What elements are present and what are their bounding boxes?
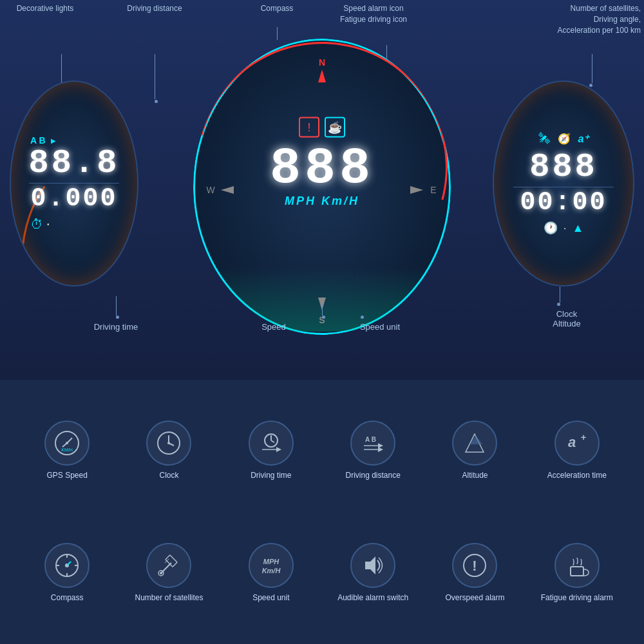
clock-item: Clock xyxy=(121,390,216,512)
driving-time-icon-circle xyxy=(249,421,294,466)
right-bottom-digits: 00:00 xyxy=(520,190,607,216)
overspeed-alarm-item: ! Overspeed alarm xyxy=(427,512,522,634)
clock-icon-circle xyxy=(146,421,191,466)
satellites-item: Number of satellites xyxy=(121,512,216,634)
display-center: N S E W ! ☕ 888 MPH Km/H xyxy=(193,39,451,335)
svg-point-40 xyxy=(160,572,162,574)
fatigue-driving-item: Fatigue driving alarm xyxy=(529,512,625,634)
audible-alarm-item: Audible alarm switch xyxy=(325,512,421,634)
ann-speed-unit-bottom: Speed unit xyxy=(351,322,409,332)
overspeed-alarm-icon-circle: ! xyxy=(452,543,497,588)
satellites-svg xyxy=(155,551,183,580)
svg-marker-24 xyxy=(378,447,383,452)
driving-time-icon: ⏱ xyxy=(30,217,43,232)
driving-time-label: Driving time xyxy=(251,471,291,481)
gps-speed-item: KM/H GPS Speed xyxy=(19,390,115,512)
svg-text:MPH: MPH xyxy=(263,558,280,565)
svg-point-10 xyxy=(66,442,68,444)
svg-line-35 xyxy=(67,562,71,565)
svg-text:W: W xyxy=(206,185,215,195)
satellite-icon-r: 🛰 xyxy=(538,132,550,146)
icons-grid-row2: Compass Number of satellites MPH Km/H xyxy=(19,512,625,634)
altitude-svg xyxy=(460,429,489,457)
acceleration-label: Acceleration time xyxy=(547,471,607,481)
svg-marker-0 xyxy=(318,70,326,82)
clock-label: Clock xyxy=(159,471,178,481)
compass-item: Compass xyxy=(19,512,115,634)
driving-distance-icon-circle: A B xyxy=(350,421,395,466)
icons-grid-row1: KM/H GPS Speed Clock xyxy=(19,390,625,512)
alarm-icons-row: ! ☕ xyxy=(299,117,345,138)
compass-icon-r: 🧭 xyxy=(558,133,571,145)
audible-alarm-label: Audible alarm switch xyxy=(337,593,408,603)
driving-distance-item: A B Driving distance xyxy=(325,390,421,512)
ann-clock-bottom: Clock Altitude xyxy=(541,309,592,328)
svg-marker-2 xyxy=(410,186,423,194)
overspeed-alarm-icon: ! xyxy=(299,117,319,138)
ann-decorative-lights: Decorative lights xyxy=(3,3,87,14)
bottom-section: KM/H GPS Speed Clock xyxy=(0,380,644,644)
audible-alarm-svg xyxy=(359,551,387,580)
ann-driving-time-bottom: Driving time xyxy=(77,322,155,332)
acceleration-icon-circle: a + xyxy=(554,421,600,466)
audible-alarm-icon-circle xyxy=(350,543,395,588)
svg-text:N: N xyxy=(319,57,325,68)
svg-text:A B: A B xyxy=(365,436,376,443)
svg-text:+: + xyxy=(581,432,586,442)
right-icons-top: 🛰 🧭 a⁺ xyxy=(538,132,589,146)
satellites-label: Number of satellites xyxy=(135,593,203,603)
speed-unit-label-b: Speed unit xyxy=(252,593,289,603)
driving-time-svg xyxy=(257,429,285,457)
left-bottom-digits: 0.000 xyxy=(30,186,117,212)
ann-satellites: Number of satellites, Driving angle, Acc… xyxy=(518,3,641,35)
overspeed-alarm-label: Overspeed alarm xyxy=(445,593,504,603)
driving-distance-svg: A B xyxy=(359,429,387,457)
gps-speed-svg: KM/H xyxy=(53,429,81,457)
overspeed-alarm-svg: ! xyxy=(460,551,489,580)
clock-alt-icons: 🕐 • ▲ xyxy=(544,221,584,235)
clock-svg xyxy=(155,429,183,457)
speed-unit-svg: MPH Km/H xyxy=(257,551,285,580)
display-right: 🛰 🧭 a⁺ 888 00:00 🕐 • ▲ xyxy=(493,80,634,287)
right-top-digits: 888 xyxy=(529,151,598,184)
altitude-icon-circle xyxy=(452,421,497,466)
satellites-icon-circle xyxy=(146,543,191,588)
driving-distance-label: Driving distance xyxy=(345,471,400,481)
acceleration-svg: a + xyxy=(563,429,591,457)
speed-unit-label: MPH Km/H xyxy=(285,194,359,208)
left-top-digits: 88.8 xyxy=(29,147,120,180)
svg-marker-3 xyxy=(221,186,234,194)
altitude-icon-r: ▲ xyxy=(572,222,583,235)
compass-icon-svg xyxy=(53,551,81,580)
svg-text:KM/H: KM/H xyxy=(61,448,73,452)
ann-driving-distance: Driving distance xyxy=(113,3,196,14)
compass-icon-circle xyxy=(44,543,90,588)
svg-text:E: E xyxy=(430,185,436,195)
fatigue-driving-label: Fatigue driving alarm xyxy=(541,593,613,603)
altitude-item: Altitude xyxy=(427,390,522,512)
svg-rect-46 xyxy=(571,567,583,576)
svg-text:a: a xyxy=(568,434,576,450)
svg-text:Km/H: Km/H xyxy=(261,567,281,574)
compass-label-b: Compass xyxy=(51,593,84,603)
clock-icon-r: 🕐 xyxy=(544,221,558,235)
speed-unit-item: MPH Km/H Speed unit xyxy=(223,512,319,634)
ann-compass: Compass xyxy=(251,3,303,14)
svg-line-17 xyxy=(271,440,274,442)
ann-speed-alarm: Speed alarm icon Fatigue driving icon xyxy=(316,3,431,25)
speed-unit-icon-circle: MPH Km/H xyxy=(249,543,294,588)
fatigue-driving-icon-circle xyxy=(554,543,600,588)
accel-icon-r: a⁺ xyxy=(578,133,589,145)
driving-time-item: Driving time xyxy=(223,390,319,512)
fatigue-alarm-icon: ☕ xyxy=(325,117,345,138)
gps-speed-label: GPS Speed xyxy=(46,471,87,481)
svg-text:!: ! xyxy=(473,558,477,574)
svg-marker-43 xyxy=(365,556,375,574)
display-left: A B ▶ 88.8 0.000 ⏱ • xyxy=(10,80,138,287)
ann-speed-bottom: Speed xyxy=(251,322,296,332)
speed-digits: 888 xyxy=(270,143,374,194)
svg-marker-19 xyxy=(276,447,281,452)
fatigue-driving-svg xyxy=(563,551,591,580)
gps-speed-icon-circle: KM/H xyxy=(44,421,90,466)
svg-point-14 xyxy=(167,442,170,444)
